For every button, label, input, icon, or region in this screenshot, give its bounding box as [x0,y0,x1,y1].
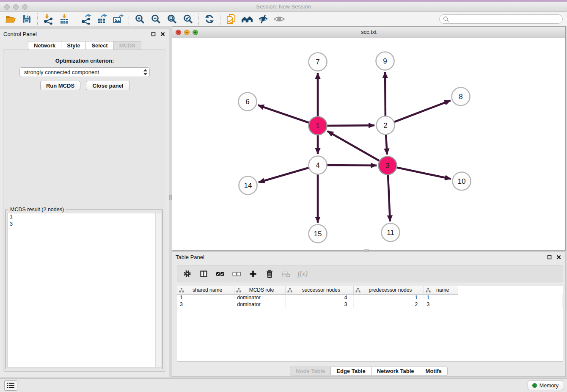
node-8[interactable]: 8 [452,88,470,106]
export-network-icon[interactable] [79,13,93,25]
table-cell[interactable]: 1 [177,294,234,301]
column-header-shared-name[interactable]: shared name [177,286,234,294]
edge-3-1[interactable] [328,131,388,166]
optimization-criterion-select[interactable]: strongly connected component [19,67,150,77]
column-header-name[interactable]: name [424,286,458,294]
table-row[interactable]: 1dominator411 [177,294,563,301]
close-table-panel-icon[interactable] [555,254,562,260]
list-icon [7,382,15,389]
hide-graphics-details-icon[interactable] [256,13,270,25]
column-header-MCDS-role[interactable]: MCDS role [234,286,286,294]
table-panel: Table Panel f(x) shared nameMCDS rolesuc… [172,251,566,377]
tab-network-table[interactable]: Network Table [372,367,420,375]
tab-mcds[interactable]: MCDS [114,41,141,50]
node-7[interactable]: 7 [309,53,327,71]
import-network-icon[interactable] [41,13,55,25]
run-mcds-button[interactable]: Run MCDS [40,81,80,90]
close-panel-button[interactable]: Close panel [86,81,130,90]
table-cell[interactable]: 4 [285,294,353,301]
open-session-icon[interactable] [4,13,17,25]
node-1[interactable]: 1 [309,117,327,135]
search-input[interactable] [451,16,559,22]
svg-text:7: 7 [316,58,319,66]
optimization-criterion-label: Optimization criterion: [3,58,166,64]
network-canvas[interactable]: 7968124314101511 [172,38,565,250]
tab-edge-table[interactable]: Edge Table [331,367,371,375]
control-panel: Control Panel NetworkStyleSelectMCDS Opt… [0,29,169,377]
show-graphics-details-icon[interactable] [272,13,286,25]
table-row[interactable]: 3dominator323 [177,301,563,308]
memory-label: Memory [539,383,559,389]
column-header-predecessor-nodes[interactable]: predecessor nodes [353,286,424,294]
zoom-selected-icon[interactable] [181,13,195,25]
node-9[interactable]: 9 [376,52,394,70]
show-column-icon[interactable] [199,269,208,279]
edge-2-8[interactable] [385,100,451,125]
toolbar-separator [220,13,220,25]
edge-3-10[interactable] [388,166,451,179]
node-15[interactable]: 15 [309,225,327,243]
export-image-icon[interactable] [111,13,125,25]
tab-style[interactable]: Style [61,41,86,50]
table-settings-icon[interactable] [182,269,192,279]
node-11[interactable]: 11 [382,224,400,242]
table-cell[interactable]: 1 [353,294,424,301]
result-item[interactable]: 3 [8,221,161,228]
save-session-icon[interactable] [20,13,33,25]
add-column-icon[interactable] [248,269,258,279]
memory-status-dot [532,383,537,388]
export-table-icon[interactable] [95,13,109,25]
float-panel-icon[interactable] [150,30,157,37]
clone-network-icon[interactable] [224,13,238,25]
node-10[interactable]: 10 [453,172,471,190]
deselect-all-icon[interactable] [232,269,241,279]
node-2[interactable]: 2 [377,116,395,135]
table-cell[interactable]: 3 [424,301,458,308]
selected-criterion: strongly connected component [20,69,141,75]
svg-text:4: 4 [316,161,319,169]
tab-motifs[interactable]: Motifs [420,367,448,375]
delete-column-icon[interactable] [265,269,274,279]
node-table[interactable]: shared nameMCDS rolesuccessor nodesprede… [177,286,563,308]
search-field[interactable] [439,14,563,24]
table-cell[interactable]: 2 [353,301,424,308]
search-icon [443,16,449,22]
tab-node-table[interactable]: Node Table [290,367,331,375]
task-history-button[interactable] [4,380,17,391]
network-frame-titlebar[interactable]: × − + scc.txt [172,27,565,38]
table-cell[interactable]: 1 [424,294,458,301]
column-header-successor-nodes[interactable]: successor nodes [285,286,353,294]
main-toolbar [0,12,567,26]
table-cell[interactable]: 3 [285,301,353,308]
node-14[interactable]: 14 [239,177,257,195]
node-6[interactable]: 6 [239,93,257,111]
result-item[interactable]: 1 [8,213,161,221]
zoom-fit-icon[interactable] [165,13,179,25]
mcds-result-list[interactable]: 13 [7,213,161,367]
zoom-out-icon[interactable] [149,13,162,25]
table-panel-title: Table Panel [176,254,204,260]
result-scrollbar[interactable] [155,213,161,367]
node-3[interactable]: 3 [379,157,397,175]
apply-layout-icon[interactable] [203,13,216,25]
vertical-splitter-handle[interactable] [169,195,172,200]
zoom-in-icon[interactable] [133,13,146,25]
app-titlebar: Session: New Session [0,2,567,12]
close-panel-icon[interactable] [159,30,166,37]
select-all-icon[interactable] [215,269,225,279]
table-cell[interactable]: dominator [234,301,286,308]
table-cell[interactable]: dominator [234,294,286,301]
app-title: Session: New Session [0,3,567,10]
table-cell-filler [458,301,563,308]
mcds-result-group: MCDS result (2 nodes) 13 [6,210,163,369]
tab-network[interactable]: Network [28,41,61,50]
network-overview-icon[interactable] [240,13,254,25]
node-4[interactable]: 4 [309,156,327,174]
dropdown-stepper-icon [141,68,149,77]
float-table-panel-icon[interactable] [546,254,553,260]
table-cell[interactable]: 3 [177,301,234,308]
memory-button[interactable]: Memory [528,381,563,390]
mcds-result-title: MCDS result (2 nodes) [8,207,66,213]
import-table-icon[interactable] [58,13,71,25]
tab-select[interactable]: Select [86,41,113,50]
